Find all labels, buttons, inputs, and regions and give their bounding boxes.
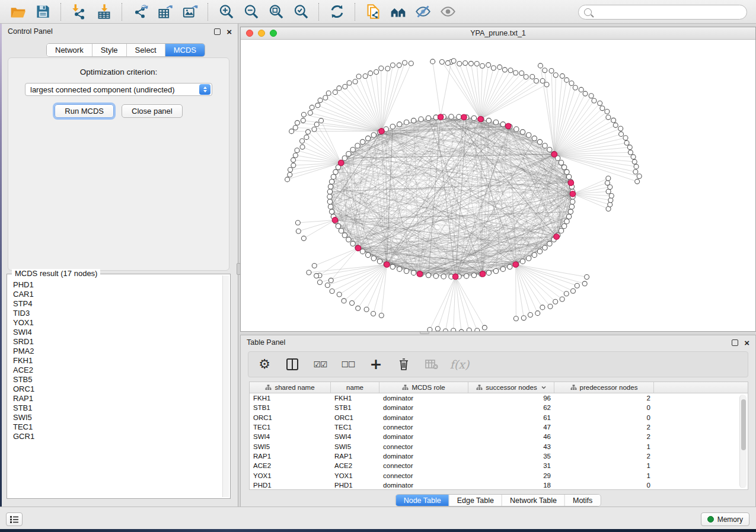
network-node[interactable] [486, 63, 491, 68]
network-node[interactable] [336, 223, 340, 228]
network-node[interactable] [464, 274, 468, 278]
tab-network[interactable]: Network [47, 44, 92, 56]
network-node[interactable] [339, 228, 343, 233]
table-cell[interactable]: SWI5 [250, 443, 331, 450]
network-node[interactable] [564, 169, 569, 174]
network-node[interactable] [534, 78, 538, 83]
network-node[interactable] [514, 127, 519, 132]
network-node[interactable] [295, 148, 299, 153]
table-row[interactable]: ACE2ACE2connector311 [250, 461, 748, 470]
table-row[interactable]: ORC1ORC1dominator610 [250, 413, 748, 422]
network-node[interactable] [323, 95, 328, 100]
network-node[interactable] [310, 105, 314, 110]
network-node[interactable] [526, 133, 531, 137]
mcds-hub-node[interactable] [355, 245, 361, 251]
network-node[interactable] [540, 305, 545, 310]
network-node[interactable] [589, 94, 594, 98]
network-node[interactable] [355, 143, 360, 148]
table-cell[interactable]: 62 [468, 404, 554, 411]
table-cell[interactable]: RAP1 [331, 453, 379, 460]
network-node[interactable] [592, 98, 596, 103]
table-cell[interactable]: dominator [379, 433, 468, 440]
table-cell[interactable]: connector [379, 424, 468, 431]
open-session-button[interactable] [5, 2, 30, 22]
network-node[interactable] [346, 151, 351, 156]
network-node[interactable] [342, 233, 347, 238]
network-node[interactable] [608, 198, 613, 203]
network-node[interactable] [606, 189, 611, 194]
network-graph-canvas[interactable] [241, 40, 755, 331]
network-node[interactable] [559, 160, 563, 165]
network-node[interactable] [502, 68, 507, 72]
network-node[interactable] [544, 82, 549, 87]
mcds-hub-node[interactable] [379, 129, 385, 134]
mcds-hub-node[interactable] [568, 180, 574, 186]
table-cell[interactable]: 0 [554, 404, 654, 411]
network-node[interactable] [497, 65, 502, 69]
network-node[interactable] [613, 123, 618, 127]
network-node[interactable] [390, 264, 395, 269]
network-node[interactable] [537, 139, 542, 144]
table-settings-icon[interactable]: ⚙ [257, 357, 272, 372]
network-node[interactable] [328, 204, 333, 209]
table-cell[interactable]: PHD1 [331, 482, 379, 489]
network-node[interactable] [291, 158, 296, 162]
export-network-button[interactable] [127, 2, 152, 22]
task-history-button[interactable] [6, 512, 23, 526]
network-node[interactable] [457, 62, 462, 66]
network-node[interactable] [306, 130, 311, 134]
network-node[interactable] [562, 165, 566, 169]
network-node[interactable] [411, 118, 416, 123]
mcds-hub-node[interactable] [452, 274, 458, 280]
network-node[interactable] [328, 184, 333, 189]
network-node[interactable] [564, 291, 569, 296]
network-node[interactable] [569, 81, 574, 86]
network-node[interactable] [317, 280, 322, 285]
network-node[interactable] [560, 73, 564, 78]
network-node[interactable] [293, 126, 298, 130]
table-cell[interactable]: 31 [468, 462, 554, 469]
network-node[interactable] [308, 111, 312, 116]
network-node[interactable] [325, 283, 330, 288]
table-cell[interactable]: SWI4 [331, 433, 379, 440]
table-row[interactable]: PHD1PHD1dominator180 [250, 480, 748, 490]
table-cell[interactable]: 61 [468, 414, 554, 421]
close-icon[interactable]: × [227, 28, 232, 35]
mcds-hub-node[interactable] [570, 191, 576, 197]
network-node[interactable] [619, 132, 624, 136]
export-table-button[interactable] [152, 2, 177, 22]
network-node[interactable] [328, 278, 333, 283]
network-node[interactable] [566, 214, 571, 219]
network-node[interactable] [463, 61, 468, 66]
mcds-hub-node[interactable] [480, 271, 486, 277]
network-node[interactable] [409, 61, 413, 66]
table-row[interactable]: FKH1FKH1dominator962 [250, 393, 748, 403]
network-node[interactable] [449, 114, 454, 119]
network-node[interactable] [631, 155, 636, 159]
network-node[interactable] [486, 270, 491, 275]
network-node[interactable] [618, 126, 623, 131]
network-node[interactable] [327, 199, 332, 204]
network-node[interactable] [315, 103, 320, 108]
network-node[interactable] [530, 74, 535, 79]
table-cell[interactable]: 2 [554, 433, 654, 440]
table-cell[interactable]: TEC1 [331, 424, 379, 431]
network-node[interactable] [445, 60, 450, 65]
network-node[interactable] [582, 281, 587, 286]
tab-network-table[interactable]: Network Table [502, 495, 565, 506]
zoom-in-button[interactable] [213, 2, 238, 22]
network-node[interactable] [291, 163, 296, 168]
network-node[interactable] [598, 101, 602, 105]
close-icon[interactable]: × [744, 339, 749, 346]
mcds-result-item[interactable]: STB5 [11, 375, 222, 384]
network-node[interactable] [543, 68, 547, 73]
mcds-result-item[interactable]: ACE2 [11, 366, 222, 375]
network-node[interactable] [327, 189, 332, 194]
save-session-button[interactable] [30, 2, 55, 22]
network-node[interactable] [609, 194, 614, 198]
clone-network-button[interactable] [361, 2, 385, 22]
mcds-result-item[interactable]: ORC1 [11, 384, 222, 394]
float-icon[interactable] [214, 28, 221, 35]
network-node[interactable] [300, 139, 305, 143]
network-node[interactable] [537, 249, 542, 254]
